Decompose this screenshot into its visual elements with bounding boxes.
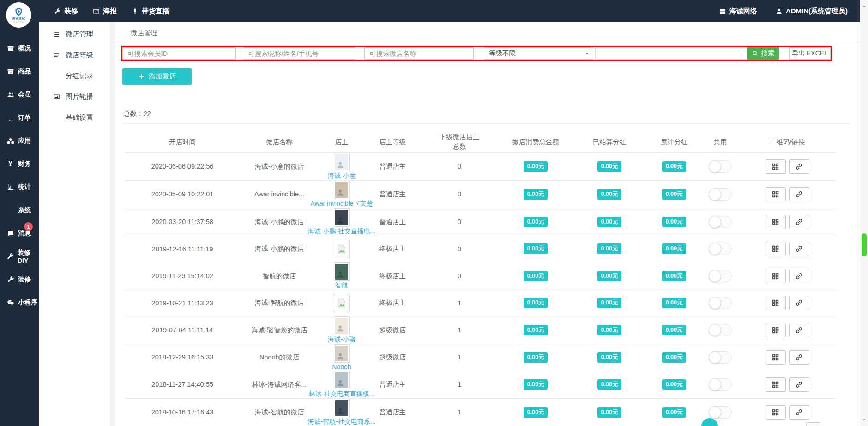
copy-link-button[interactable]: [789, 323, 809, 337]
store-name-cell: Awar invincible...: [240, 180, 319, 208]
qr-code-button[interactable]: [766, 159, 786, 174]
copy-link-button[interactable]: [789, 269, 809, 283]
avatar-photo-icon: [335, 188, 348, 198]
copy-link-button[interactable]: [789, 377, 809, 392]
owner-avatar[interactable]: [334, 316, 350, 335]
owner-link[interactable]: 海诚-小骆: [328, 335, 356, 344]
nickname-input[interactable]: [243, 47, 355, 60]
owner-avatar[interactable]: [334, 153, 350, 171]
sidebar-item-0[interactable]: 概况: [0, 37, 39, 60]
qr-code-button[interactable]: [766, 377, 786, 392]
owner-link[interactable]: 林冰-社交电商直播模...: [309, 390, 374, 398]
disable-toggle[interactable]: [709, 297, 732, 309]
sidebar-item-4[interactable]: 应用: [0, 129, 39, 152]
disable-toggle[interactable]: [709, 406, 732, 419]
copy-link-button[interactable]: [789, 215, 809, 229]
extra-filter-input[interactable]: [595, 47, 747, 60]
submenu-item-2[interactable]: 分红记录: [39, 66, 110, 86]
qr-code-button[interactable]: [766, 405, 786, 420]
copy-link-button[interactable]: [789, 405, 809, 420]
disable-toggle[interactable]: [709, 351, 732, 364]
owner-link[interactable]: 海诚-小意: [328, 172, 356, 180]
level-select[interactable]: 等级不限: [484, 47, 593, 60]
sidebar-item-2[interactable]: 会员: [0, 83, 39, 106]
scroll-up-arrow-icon[interactable]: [862, 4, 867, 9]
search-toolbar: 等级不限 搜索 导出 EXCEL: [121, 46, 832, 61]
disable-toggle[interactable]: [709, 188, 732, 201]
sidebar-item-6[interactable]: 统计: [0, 176, 39, 199]
owner-level-cell: 普通店主: [365, 180, 420, 208]
export-excel-button[interactable]: 导出 EXCEL: [789, 47, 831, 60]
qr-code-button[interactable]: [766, 187, 786, 201]
topbar-menu-item[interactable]: 装修: [54, 7, 78, 16]
topbar-right-item[interactable]: 海诚网络: [719, 7, 757, 16]
qr-code-button[interactable]: [766, 350, 786, 365]
owner-avatar[interactable]: [334, 262, 350, 281]
qr-code-button[interactable]: [766, 215, 786, 229]
submenu-item-4[interactable]: 基础设置: [39, 107, 110, 128]
owner-link[interactable]: 智航: [335, 281, 348, 290]
pagination-jump-box[interactable]: [806, 422, 820, 426]
store-name-input[interactable]: [364, 47, 474, 60]
search-button[interactable]: 搜索: [747, 47, 779, 60]
owner-avatar[interactable]: [334, 399, 350, 417]
qr-code-button[interactable]: [766, 296, 786, 310]
settled-dividend-cell: 0.00元: [573, 344, 646, 371]
avatar-photo-icon: [335, 406, 348, 416]
owner-cell: 海诚-小骆: [319, 316, 365, 344]
sub-count-cell: 0: [420, 152, 499, 180]
sidebar-item-11[interactable]: 小程序: [0, 291, 39, 314]
copy-link-button[interactable]: [789, 187, 809, 201]
sidebar-item-1[interactable]: 商品: [0, 60, 39, 83]
owner-link[interactable]: Noooh: [332, 363, 351, 371]
copy-link-button[interactable]: [789, 242, 809, 256]
owner-link[interactable]: 海诚-智航-社交电商系...: [308, 418, 376, 426]
qr-code-button[interactable]: [766, 269, 786, 283]
owner-avatar[interactable]: [334, 371, 350, 389]
owner-link[interactable]: 海诚-小鹏-社交直播电...: [308, 227, 376, 236]
owner-avatar[interactable]: [334, 181, 350, 199]
owner-link[interactable]: Awar invincibleヾ文楚: [310, 200, 373, 208]
vertical-scrollbar[interactable]: [860, 0, 868, 426]
sidebar-item-8[interactable]: 消息 1: [0, 222, 39, 245]
qr-code-button[interactable]: [766, 323, 786, 337]
store-name-cell: 海诚-智航的微店: [240, 290, 319, 316]
disable-toggle[interactable]: [709, 160, 732, 173]
owner-level-cell: 超级微店: [365, 316, 420, 344]
owner-avatar[interactable]: [334, 208, 350, 227]
stores-table-wrap: 开店时间 微店名称 店主 店主等级 下级微店店主总数 微店消费总金额 已结算分红…: [125, 132, 836, 426]
topbar: 装修 海报 带货直播 海诚网络 ADMIN(系统管理员): [0, 0, 860, 22]
owner-avatar[interactable]: [334, 344, 350, 363]
copy-link-button[interactable]: [789, 350, 809, 365]
submenu-item-3[interactable]: 图片轮播: [39, 86, 110, 107]
copy-link-button[interactable]: [789, 159, 809, 174]
qr-code-button[interactable]: [766, 242, 786, 256]
disable-cell: [702, 344, 739, 371]
sidebar-item-9[interactable]: 装修DIY: [0, 245, 39, 268]
submenu-item-0[interactable]: 微店管理: [39, 24, 110, 45]
brand-logo: 海诚世纪 NETHC: [6, 2, 31, 28]
sidebar-item-5[interactable]: ¥ 财务: [0, 152, 39, 176]
disable-toggle[interactable]: [709, 216, 732, 228]
disable-toggle[interactable]: [709, 243, 732, 255]
disable-toggle[interactable]: [709, 270, 732, 282]
owner-avatar-broken: [334, 294, 350, 312]
copy-link-button[interactable]: [789, 296, 809, 310]
disable-toggle[interactable]: [709, 378, 732, 391]
disable-toggle[interactable]: [709, 324, 732, 336]
scroll-down-arrow-icon[interactable]: [862, 417, 867, 422]
sidebar-item-7[interactable]: 系统: [0, 199, 39, 222]
topbar-menu-item[interactable]: 海报: [93, 7, 117, 16]
settled-dividend-cell: 0.00元: [573, 208, 646, 236]
total-dividend-badge: 0.00元: [662, 407, 687, 418]
scrollbar-thumb[interactable]: [862, 233, 867, 256]
add-store-button[interactable]: 添加微店: [122, 68, 192, 85]
member-id-input[interactable]: [122, 47, 236, 60]
topbar-right-item[interactable]: ADMIN(系统管理员): [776, 7, 848, 16]
disable-cell: [702, 180, 739, 208]
open-time-cell: 2020-06-06 09:22:56: [125, 152, 240, 180]
sidebar-item-3[interactable]: 订单: [0, 106, 39, 129]
submenu-item-1[interactable]: 微店等级: [39, 45, 110, 66]
topbar-menu-item[interactable]: 带货直播: [132, 7, 169, 16]
sidebar-item-10[interactable]: 装修: [0, 268, 39, 291]
